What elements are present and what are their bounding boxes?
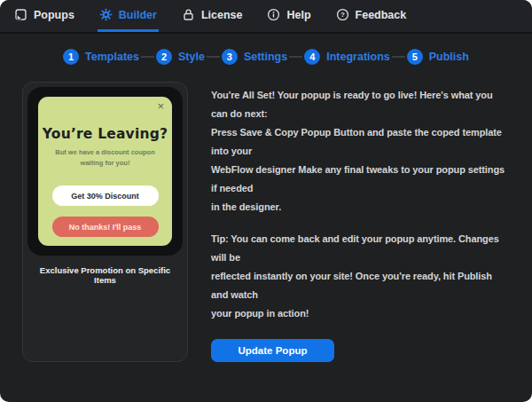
- nav-item-feedback[interactable]: ? Feedback: [334, 0, 409, 32]
- gear-icon: [99, 8, 113, 21]
- step-label: Integrations: [326, 51, 390, 63]
- nav-item-label: Builder: [119, 9, 157, 21]
- nav-item-license[interactable]: License: [180, 0, 245, 32]
- popup-preview-frame: × You’re Leaving? But we have a discount…: [27, 87, 183, 256]
- lock-icon: [182, 8, 195, 21]
- step-publish[interactable]: 5 Publish: [407, 49, 469, 65]
- popup-title: You’re Leaving?: [43, 126, 168, 142]
- nav-item-label: License: [201, 9, 243, 21]
- step-number-badge: 4: [304, 49, 320, 65]
- nav-item-help[interactable]: Help: [265, 0, 312, 32]
- popup-preview: × You’re Leaving? But we have a discount…: [38, 97, 172, 246]
- step-label: Publish: [429, 51, 469, 63]
- step-number-badge: 1: [63, 49, 79, 65]
- close-icon[interactable]: ×: [157, 100, 164, 112]
- tip-paragraph: Tip: You can come back and edit your pop…: [211, 230, 511, 323]
- popup-window-icon: [14, 8, 27, 21]
- nav-item-label: Feedback: [356, 9, 407, 21]
- step-settings[interactable]: 3 Settings: [222, 49, 287, 65]
- stepper: 1 Templates 2 Style 3 Settings 4 Integra…: [0, 47, 532, 67]
- nav-item-builder[interactable]: Builder: [98, 0, 159, 32]
- nav-item-popups[interactable]: Popups: [12, 0, 76, 32]
- nav-item-label: Help: [286, 9, 310, 21]
- top-navbar: Popups: [0, 0, 532, 34]
- svg-text:?: ?: [340, 11, 345, 19]
- step-templates[interactable]: 1 Templates: [63, 49, 139, 65]
- builder-content: × You’re Leaving? But we have a discount…: [0, 67, 532, 362]
- step-label: Templates: [85, 51, 139, 63]
- instructions-paragraph: You're All Set! Your popup is ready to g…: [211, 86, 511, 217]
- step-label: Style: [178, 51, 205, 63]
- step-connector: [207, 56, 220, 58]
- step-connector: [392, 56, 405, 58]
- popup-decline-button[interactable]: No thanks! I'll pass: [52, 217, 159, 237]
- question-icon: ?: [336, 8, 349, 21]
- popup-subtitle: But we have a discount coupon waiting fo…: [55, 147, 155, 169]
- popup-accept-button[interactable]: Get 30% Discount: [52, 185, 159, 206]
- popup-preview-card: × You’re Leaving? But we have a discount…: [22, 82, 188, 362]
- step-connector: [289, 56, 302, 58]
- step-integrations[interactable]: 4 Integrations: [304, 49, 390, 65]
- info-icon: [267, 8, 280, 21]
- step-connector: [141, 56, 154, 58]
- step-label: Settings: [244, 51, 287, 63]
- publish-instructions: You're All Set! Your popup is ready to g…: [211, 82, 511, 362]
- app-window: Popups: [0, 0, 532, 402]
- step-number-badge: 3: [222, 49, 238, 65]
- update-popup-button[interactable]: Update Popup: [211, 339, 334, 362]
- nav-item-label: Popups: [34, 9, 74, 21]
- step-number-badge: 2: [156, 49, 172, 65]
- popup-template-caption: Exclusive Promotion on Specific Items: [27, 256, 183, 296]
- step-style[interactable]: 2 Style: [156, 49, 205, 65]
- step-number-badge: 5: [407, 49, 423, 65]
